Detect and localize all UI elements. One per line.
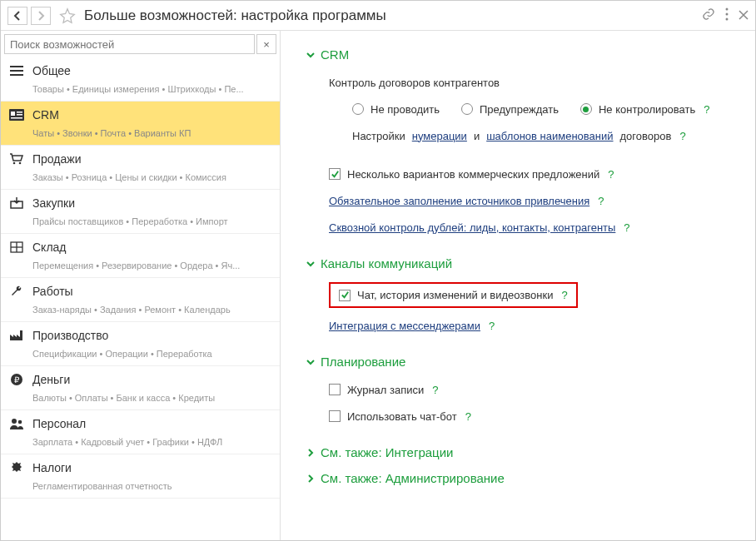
sidebar-item-label: Персонал: [32, 417, 86, 430]
link-dedup[interactable]: Сквозной контроль дублей: лиды, контакты…: [329, 221, 615, 234]
link-icon[interactable]: [702, 7, 715, 24]
help-icon[interactable]: ?: [704, 103, 709, 116]
page-title: Больше возможностей: настройка программы: [84, 7, 699, 24]
section-channels-header[interactable]: Каналы коммуникаций: [306, 256, 730, 270]
link-numbering[interactable]: нумерации: [412, 130, 467, 142]
chevron-down-icon: [306, 357, 316, 367]
svg-rect-3: [10, 66, 23, 67]
more-icon[interactable]: [725, 7, 729, 24]
svg-rect-10: [11, 117, 22, 119]
sidebar-item-sublabel: Зарплата • Кадровый учет • Графики • НДФ…: [1, 437, 280, 454]
sidebar-item-sublabel: Товары • Единицы измерения • Штрихкоды •…: [1, 84, 280, 101]
section-crm-title: CRM: [321, 47, 349, 62]
sidebar-item-2[interactable]: ПродажиЗаказы • Розница • Цены и скидки …: [1, 146, 280, 190]
sidebar-item-label: CRM: [32, 108, 59, 122]
section-admin-title: См. также: Администрирование: [321, 471, 505, 485]
checkbox-journal[interactable]: [329, 384, 341, 395]
sidebar-item-sublabel: Прайсы поставщиков • Переработка • Импор…: [1, 216, 280, 233]
sidebar-item-sublabel: Перемещения • Резервирование • Ордера • …: [1, 261, 280, 277]
numbering-suffix: договоров: [620, 130, 672, 142]
svg-point-0: [726, 7, 729, 10]
sidebar-item-label: Производство: [32, 329, 108, 342]
help-icon[interactable]: ?: [465, 410, 471, 423]
checkbox-chatbot[interactable]: [329, 410, 341, 422]
section-channels-title: Каналы коммуникаций: [321, 256, 452, 270]
contracts-control-label: Контроль договоров контрагентов: [329, 77, 500, 89]
help-icon[interactable]: ?: [624, 221, 629, 234]
help-icon[interactable]: ?: [679, 130, 685, 142]
sidebar-item-8[interactable]: ПерсоналЗарплата • Кадровый учет • Графи…: [1, 410, 280, 454]
section-crm-header[interactable]: CRM: [306, 47, 730, 62]
sidebar-item-5[interactable]: РаботыЗаказ-наряды • Задания • Ремонт • …: [1, 278, 280, 322]
idcard-icon: [9, 109, 24, 121]
svg-point-20: [18, 420, 22, 424]
chevron-down-icon: [306, 50, 316, 60]
sidebar-item-sublabel: Заказ-наряды • Задания • Ремонт • Календ…: [1, 305, 280, 321]
chevron-right-icon: [306, 474, 316, 484]
people-icon: [9, 418, 24, 429]
arrow-left-icon: [12, 11, 22, 21]
radio-no-post[interactable]: [352, 103, 364, 115]
svg-point-1: [726, 12, 729, 15]
close-icon[interactable]: [739, 8, 749, 23]
sidebar-item-label: Работы: [32, 285, 73, 298]
svg-point-11: [13, 162, 16, 165]
link-lead-sources[interactable]: Обязательное заполнение источников привл…: [329, 195, 589, 207]
checkbox-multiple-offers[interactable]: [329, 168, 341, 180]
radio-no-control[interactable]: [580, 103, 592, 115]
sidebar-item-label: Деньги: [32, 373, 70, 386]
factory-icon: [9, 330, 24, 341]
help-icon[interactable]: ?: [598, 195, 604, 207]
sidebar-item-label: Склад: [32, 241, 67, 254]
sidebar-item-label: Налоги: [32, 461, 72, 474]
help-icon[interactable]: ?: [608, 168, 614, 181]
emblem-icon: [9, 462, 24, 474]
and-text: и: [474, 130, 480, 142]
sidebar-item-sublabel: Чаты • Звонки • Почта • Варианты КП: [1, 128, 280, 145]
radio-no-post-label: Не проводить: [371, 103, 440, 116]
svg-rect-9: [17, 114, 22, 116]
sidebar-item-sublabel: Спецификации • Операции • Переработка: [1, 349, 280, 365]
svg-text:₽: ₽: [14, 375, 20, 385]
sidebar-item-7[interactable]: ₽ДеньгиВалюты • Оплаты • Банк и касса • …: [1, 366, 280, 410]
sidebar-item-0[interactable]: ОбщееТовары • Единицы измерения • Штрихк…: [1, 57, 280, 102]
sidebar-item-4[interactable]: СкладПеремещения • Резервирование • Орде…: [1, 234, 280, 278]
checkbox-chat[interactable]: [339, 290, 351, 301]
section-integrations-header[interactable]: См. также: Интеграции: [306, 445, 730, 459]
arrow-right-icon: [36, 11, 46, 21]
section-planning-header[interactable]: Планирование: [306, 355, 730, 369]
numbering-prefix: Настройки: [352, 130, 405, 142]
ruble-icon: ₽: [9, 374, 24, 385]
search-clear-button[interactable]: ×: [256, 34, 276, 54]
cart-icon: [9, 153, 24, 165]
help-icon[interactable]: ?: [561, 289, 567, 301]
svg-point-12: [19, 162, 22, 165]
favorite-star-icon[interactable]: [59, 7, 76, 24]
sidebar-item-label: Общее: [32, 64, 71, 77]
section-admin-header[interactable]: См. также: Администрирование: [306, 471, 730, 485]
help-icon[interactable]: ?: [489, 320, 495, 332]
radio-warn[interactable]: [461, 103, 473, 115]
menu-icon: [9, 65, 24, 77]
link-messengers[interactable]: Интеграция с мессенджерами: [329, 320, 480, 332]
sidebar-item-3[interactable]: ЗакупкиПрайсы поставщиков • Переработка …: [1, 190, 280, 234]
svg-rect-7: [11, 112, 15, 116]
svg-point-19: [12, 419, 17, 424]
chevron-right-icon: [306, 448, 316, 458]
radio-no-control-label: Не контролировать: [599, 103, 695, 116]
label-multiple-offers: Несколько вариантов коммерческих предлож…: [347, 168, 599, 181]
nav-back-button[interactable]: [7, 7, 27, 25]
link-name-templates[interactable]: шаблонов наименований: [486, 130, 613, 142]
sidebar-nav-list: ОбщееТовары • Единицы измерения • Штрихк…: [1, 57, 280, 540]
svg-rect-8: [17, 112, 22, 113]
sidebar-item-sublabel: Валюты • Оплаты • Банк и касса • Кредиты: [1, 393, 280, 409]
settings-content: CRM Контроль договоров контрагентов Не п…: [281, 31, 755, 540]
nav-forward-button[interactable]: [31, 7, 51, 25]
search-input[interactable]: [4, 34, 255, 54]
help-icon[interactable]: ?: [432, 384, 438, 396]
sidebar-item-1[interactable]: CRMЧаты • Звонки • Почта • Варианты КП: [1, 102, 280, 146]
wrench-icon: [9, 285, 24, 297]
sidebar-item-9[interactable]: НалогиРегламентированная отчетность: [1, 454, 280, 499]
label-chat: Чат, история изменений и видеозвонки: [357, 289, 553, 301]
sidebar-item-6[interactable]: ПроизводствоСпецификации • Операции • Пе…: [1, 322, 280, 366]
